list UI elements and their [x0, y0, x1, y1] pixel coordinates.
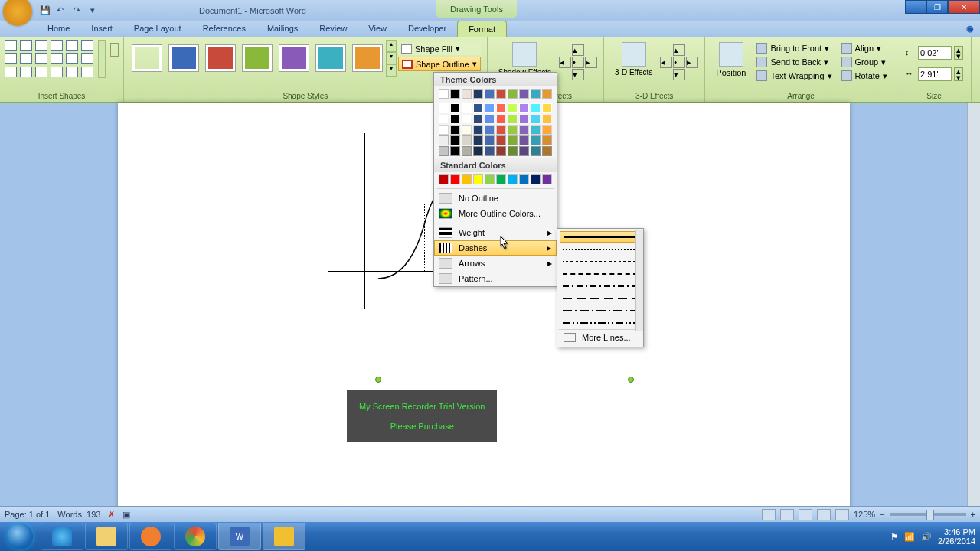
rotate-button[interactable]: Rotate ▾: [838, 70, 890, 82]
dash-round-dot[interactable]: [560, 243, 641, 255]
color-swatch[interactable]: [519, 174, 529, 184]
height-spinner[interactable]: ▴▾: [954, 46, 963, 60]
color-swatch[interactable]: [473, 146, 483, 156]
color-swatch[interactable]: [473, 103, 483, 113]
3d-tilt[interactable]: ▴ ◂•▸ ▾: [658, 40, 700, 85]
vertical-scrollbar[interactable]: [967, 103, 980, 522]
dash-long-dash-dot[interactable]: [560, 305, 641, 316]
width-input[interactable]: [918, 67, 952, 81]
tab-format[interactable]: Format: [457, 21, 507, 37]
color-swatch[interactable]: [531, 174, 541, 184]
color-swatch[interactable]: [531, 135, 541, 145]
color-swatch[interactable]: [450, 103, 460, 113]
dash-long-dash-dot-dot[interactable]: [560, 317, 641, 328]
shapes-more-button[interactable]: [98, 40, 106, 78]
height-input[interactable]: [918, 46, 952, 60]
color-swatch[interactable]: [496, 125, 506, 135]
undo-icon[interactable]: ↶: [57, 5, 67, 16]
color-swatch[interactable]: [508, 103, 518, 113]
tab-insert[interactable]: Insert: [80, 21, 123, 37]
color-swatch[interactable]: [462, 114, 472, 124]
print-layout-view[interactable]: [762, 509, 776, 520]
dash-square-dot[interactable]: [560, 256, 641, 267]
selected-line-shape[interactable]: [378, 380, 631, 380]
edit-shape-icon[interactable]: [110, 43, 119, 57]
shape-styles-gallery[interactable]: [129, 40, 386, 77]
color-swatch[interactable]: [531, 103, 541, 113]
color-swatch[interactable]: [450, 146, 460, 156]
tab-references[interactable]: References: [192, 21, 256, 37]
tab-review[interactable]: Review: [309, 21, 358, 37]
tray-network-icon[interactable]: 📶: [904, 532, 915, 542]
color-swatch[interactable]: [519, 135, 529, 145]
color-swatch[interactable]: [473, 174, 483, 184]
color-swatch[interactable]: [473, 89, 483, 99]
word-count[interactable]: Words: 193: [57, 510, 100, 519]
theme-colors-grid[interactable]: [434, 86, 557, 101]
color-swatch[interactable]: [439, 174, 449, 184]
color-swatch[interactable]: [508, 146, 518, 156]
color-swatch[interactable]: [485, 89, 495, 99]
3d-effects-button[interactable]: 3-D Effects: [609, 40, 658, 85]
dashes-scrollbar[interactable]: [635, 230, 643, 331]
weight-item[interactable]: Weight▶: [434, 225, 557, 240]
color-swatch[interactable]: [508, 89, 518, 99]
taskbar-recorder[interactable]: [263, 523, 305, 550]
color-swatch[interactable]: [485, 125, 495, 135]
tab-mailings[interactable]: Mailings: [256, 21, 309, 37]
tab-page-layout[interactable]: Page Layout: [123, 21, 192, 37]
group-button[interactable]: Group ▾: [838, 56, 890, 68]
color-swatch[interactable]: [462, 174, 472, 184]
outline-view[interactable]: [817, 509, 831, 520]
color-swatch[interactable]: [519, 125, 529, 135]
tab-view[interactable]: View: [358, 21, 397, 37]
color-swatch[interactable]: [508, 114, 518, 124]
tab-developer[interactable]: Developer: [397, 21, 457, 37]
taskbar-word[interactable]: W: [218, 523, 261, 550]
full-screen-view[interactable]: [780, 509, 794, 520]
color-swatch[interactable]: [450, 174, 460, 184]
color-swatch[interactable]: [439, 135, 449, 145]
color-swatch[interactable]: [462, 135, 472, 145]
color-swatch[interactable]: [519, 146, 529, 156]
color-swatch[interactable]: [542, 114, 552, 124]
color-swatch[interactable]: [496, 135, 506, 145]
close-button[interactable]: ✕: [948, 0, 980, 14]
standard-colors-grid[interactable]: [434, 172, 557, 187]
zoom-level[interactable]: 125%: [854, 510, 875, 519]
send-to-back-button[interactable]: Send to Back ▾: [753, 56, 835, 68]
dash-dash-dot[interactable]: [560, 280, 641, 292]
color-swatch[interactable]: [542, 146, 552, 156]
color-swatch[interactable]: [519, 103, 529, 113]
bring-to-front-button[interactable]: Bring to Front ▾: [753, 42, 835, 54]
color-swatch[interactable]: [439, 146, 449, 156]
maximize-button[interactable]: ❐: [926, 0, 948, 14]
draft-view[interactable]: [835, 509, 849, 520]
shape-outline-button[interactable]: Shape Outline ▾: [398, 57, 481, 71]
color-swatch[interactable]: [462, 89, 472, 99]
color-swatch[interactable]: [531, 114, 541, 124]
color-swatch[interactable]: [473, 135, 483, 145]
color-swatch[interactable]: [531, 125, 541, 135]
taskbar-chrome[interactable]: [174, 523, 217, 550]
taskbar-media[interactable]: [129, 523, 172, 550]
web-layout-view[interactable]: [799, 509, 812, 520]
color-swatch[interactable]: [473, 125, 483, 135]
macro-icon[interactable]: ▣: [122, 510, 130, 520]
color-swatch[interactable]: [542, 125, 552, 135]
color-swatch[interactable]: [542, 103, 552, 113]
tray-clock[interactable]: 3:46 PM2/26/2014: [938, 527, 975, 546]
text-wrapping-button[interactable]: Text Wrapping ▾: [753, 70, 835, 82]
color-swatch[interactable]: [508, 135, 518, 145]
taskbar-explorer[interactable]: [85, 523, 128, 550]
color-swatch[interactable]: [462, 125, 472, 135]
theme-tints-grid[interactable]: [434, 101, 557, 158]
color-swatch[interactable]: [450, 114, 460, 124]
color-swatch[interactable]: [450, 135, 460, 145]
start-button[interactable]: [0, 522, 40, 551]
color-swatch[interactable]: [439, 103, 449, 113]
redo-icon[interactable]: ↷: [74, 5, 84, 16]
align-button[interactable]: Align ▾: [838, 42, 890, 54]
styles-scroll[interactable]: ▴▾▾: [386, 40, 397, 77]
color-swatch[interactable]: [542, 174, 552, 184]
